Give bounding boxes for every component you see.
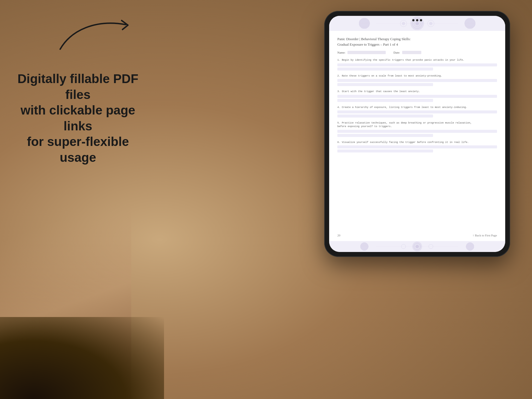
input-line[interactable] [337, 79, 497, 82]
input-line[interactable] [337, 99, 433, 102]
pdf-content: Panic Disorder | Behavioral Therapy Copi… [329, 31, 505, 231]
name-field[interactable] [347, 51, 386, 54]
svg-point-9 [416, 245, 419, 248]
name-date-row: Name: Date: [337, 51, 497, 54]
input-line[interactable] [337, 68, 433, 71]
svg-point-6 [429, 22, 432, 25]
instruction-item-5: 5. Practice relaxation techniques, such … [337, 121, 497, 137]
instruction-item-6: 6. Visualize yourself successfully facin… [337, 141, 497, 153]
camera-dot-2 [416, 19, 418, 21]
input-line[interactable] [337, 63, 497, 66]
instruction-item-4: 4. Create a hierarchy of exposure, listi… [337, 106, 497, 118]
svg-point-3 [400, 20, 407, 27]
instruction-text-3: 3. Start with the trigger that causes th… [337, 90, 497, 93]
input-area-3 [337, 95, 497, 102]
instruction-text-4: 4. Create a hierarchy of exposure, listi… [337, 106, 497, 109]
tablet-device: Panic Disorder | Behavioral Therapy Copi… [324, 11, 510, 257]
svg-point-10 [401, 244, 406, 249]
input-line[interactable] [337, 149, 433, 152]
svg-point-2 [416, 22, 419, 25]
pdf-header-decoration [329, 16, 505, 31]
camera-dot-3 [420, 19, 422, 21]
input-area-4 [337, 110, 497, 118]
page-number: 20 [337, 234, 340, 237]
instruction-text-6: 6. Visualize yourself successfully facin… [337, 141, 497, 144]
input-line[interactable] [337, 115, 433, 118]
footer-mandala [376, 242, 458, 251]
instruction-item-2: 2. Rate these triggers on a scale from l… [337, 74, 497, 86]
instruction-item-1: 1. Begin by identifying the specific tri… [337, 58, 497, 71]
pdf-title: Panic Disorder | Behavioral Therapy Copi… [337, 36, 497, 47]
pdf-footer-decoration [329, 241, 505, 252]
input-area-5 [337, 130, 497, 137]
date-field[interactable] [402, 51, 421, 54]
input-line[interactable] [337, 130, 497, 133]
date-label: Date: [393, 51, 400, 54]
pdf-footer: 20 ↑ Back to First Page [329, 231, 505, 241]
svg-point-11 [429, 244, 433, 249]
tablet-frame: Panic Disorder | Behavioral Therapy Copi… [324, 11, 510, 257]
input-line[interactable] [337, 95, 497, 98]
svg-point-4 [402, 22, 405, 25]
input-line[interactable] [337, 145, 497, 148]
svg-point-5 [428, 20, 434, 27]
instruction-text-1: 1. Begin by identifying the specific tri… [337, 58, 497, 62]
input-area-1 [337, 63, 497, 71]
instructions-list: 1. Begin by identifying the specific tri… [337, 58, 497, 152]
instruction-text-2: 2. Rate these triggers on a scale from l… [337, 74, 497, 78]
tablet-screen: Panic Disorder | Behavioral Therapy Copi… [329, 16, 505, 252]
svg-point-8 [414, 243, 420, 250]
input-line[interactable] [337, 110, 497, 113]
promo-text-area: Digitally fillable PDF files with clicka… [16, 38, 139, 165]
input-line[interactable] [337, 83, 433, 86]
pdf-page: Panic Disorder | Behavioral Therapy Copi… [329, 16, 505, 252]
input-line[interactable] [337, 134, 433, 137]
camera-dot-1 [412, 19, 414, 21]
input-area-2 [337, 79, 497, 86]
promo-text: Digitally fillable PDF files with clicka… [16, 71, 139, 165]
input-area-6 [337, 145, 497, 152]
tablet-camera-bar [412, 19, 422, 21]
back-to-first-page-link[interactable]: ↑ Back to First Page [473, 234, 497, 237]
instruction-item-3: 3. Start with the trigger that causes th… [337, 90, 497, 102]
instruction-text-5: 5. Practice relaxation techniques, such … [337, 121, 497, 128]
name-label: Name: [337, 51, 345, 54]
